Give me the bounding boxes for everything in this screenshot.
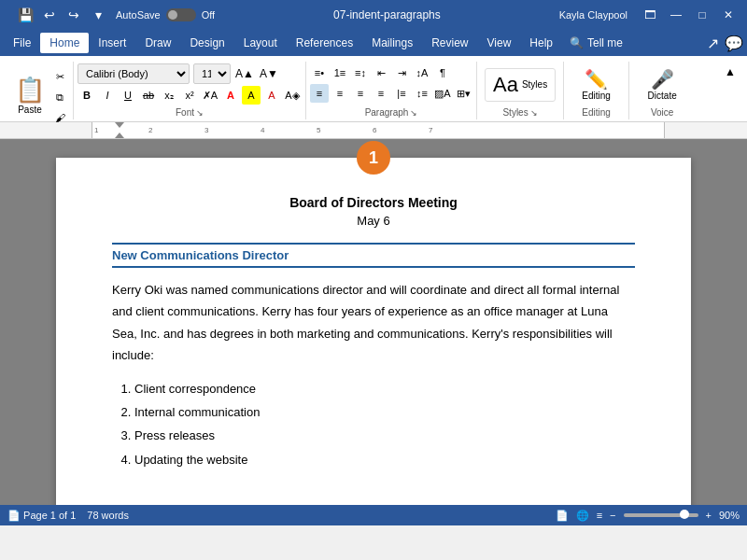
share-button[interactable]: ↗	[707, 35, 719, 52]
dictate-btn-label: Dictate	[648, 91, 677, 101]
highlight-button[interactable]: A	[242, 86, 261, 105]
save-button[interactable]: 💾	[15, 5, 35, 25]
status-left: 📄 Page 1 of 1 78 words	[7, 510, 129, 522]
font-color-alt-button[interactable]: A	[262, 86, 281, 105]
font-dialog-launcher[interactable]: ↘	[196, 108, 204, 118]
styles-dialog-launcher[interactable]: ↘	[530, 108, 538, 118]
ruler-tick-1: 1	[92, 126, 98, 134]
increase-indent-button[interactable]: ⇥	[392, 63, 411, 82]
italic-button[interactable]: I	[98, 86, 117, 105]
tell-me-search[interactable]: 🔍 Tell me	[570, 36, 623, 49]
list-item: Press releases	[134, 425, 635, 446]
dictate-icon: 🎤	[651, 68, 674, 91]
ruler-active-area[interactable]: 1 2 3 4 5 6 7	[92, 122, 665, 138]
bullets-button[interactable]: ≡•	[310, 63, 329, 82]
dictate-button[interactable]: 🎤 Dictate	[641, 64, 684, 105]
first-line-indent-handle[interactable]	[115, 122, 124, 128]
menu-review[interactable]: Review	[422, 33, 477, 53]
copy-button[interactable]: ⧉	[50, 88, 69, 106]
font-label: Font ↘	[78, 105, 302, 118]
zoom-in-button[interactable]: +	[706, 510, 712, 521]
zoom-thumb	[680, 510, 689, 519]
styles-btn-label: Styles	[522, 79, 547, 90]
cut-button[interactable]: ✂	[50, 67, 69, 86]
menu-file[interactable]: File	[4, 33, 40, 53]
strikethrough-button[interactable]: ab	[139, 86, 158, 105]
quick-access-toolbar: 💾 ↩ ↪ ▾	[7, 5, 116, 25]
zoom-level[interactable]: 90%	[719, 510, 740, 521]
document-page: 1 Board of Directors Meeting May 6 New C…	[56, 158, 691, 505]
numbering-button[interactable]: 1≡	[331, 63, 349, 82]
styles-group: Aa Styles Styles ↘	[477, 62, 564, 119]
menu-view[interactable]: View	[478, 33, 521, 53]
zoom-out-button[interactable]: −	[610, 510, 615, 521]
ruler-tick-5: 5	[317, 126, 320, 134]
layout-view-button[interactable]: 📄	[556, 510, 569, 522]
font-color-button[interactable]: A	[221, 86, 240, 105]
restore-button[interactable]: 🗖	[639, 6, 661, 24]
superscript-button[interactable]: x²	[180, 86, 199, 105]
align-left-button[interactable]: ≡	[310, 84, 329, 103]
decrease-font-size-button[interactable]: A▼	[259, 63, 279, 84]
editing-button[interactable]: ✏️ Editing	[574, 64, 618, 105]
underline-button[interactable]: U	[119, 86, 137, 105]
customize-quick-access-button[interactable]: ▾	[88, 5, 108, 25]
paragraph-dialog-launcher[interactable]: ↘	[410, 108, 417, 118]
ribbon-collapse[interactable]: ▲	[721, 62, 740, 119]
undo-button[interactable]: ↩	[39, 5, 60, 25]
minimize-button[interactable]: —	[665, 6, 687, 24]
zoom-slider[interactable]	[624, 513, 698, 517]
decrease-indent-button[interactable]: ⇤	[372, 63, 390, 82]
voice-label: Voice	[633, 105, 691, 118]
menu-help[interactable]: Help	[520, 33, 562, 53]
ribbon: 📋 Paste ✂ ⧉ 🖌 Clipboard ↘ Calibri (Body	[0, 56, 747, 122]
styles-icon: Aa	[493, 73, 518, 97]
line-spacing-button[interactable]: ↕≡	[413, 84, 431, 103]
font-size-select[interactable]: 11	[193, 63, 231, 84]
justify-button[interactable]: ≡	[372, 84, 390, 103]
font-family-select[interactable]: Calibri (Body)	[78, 63, 190, 84]
maximize-button[interactable]: □	[691, 6, 713, 24]
menu-draw[interactable]: Draw	[135, 33, 180, 53]
collapse-ribbon-icon[interactable]: ▲	[725, 65, 736, 78]
paste-button[interactable]: 📋 Paste	[11, 74, 49, 117]
autosave-knob	[168, 10, 177, 20]
menu-design[interactable]: Design	[180, 33, 233, 53]
styles-button[interactable]: Aa Styles	[485, 68, 556, 102]
read-mode-button[interactable]: ≡	[597, 510, 602, 521]
comments-button[interactable]: 💬	[725, 35, 743, 52]
subscript-button[interactable]: x₂	[160, 86, 178, 105]
menu-mailings[interactable]: Mailings	[362, 33, 422, 53]
list-item: Internal communication	[134, 401, 635, 423]
ruler-right-margin	[665, 122, 740, 138]
increase-font-size-button[interactable]: A▲	[234, 63, 255, 84]
menu-home[interactable]: Home	[40, 33, 89, 53]
menu-references[interactable]: References	[287, 33, 362, 53]
sort-button[interactable]: ↕A	[413, 63, 431, 82]
voice-group: 🎤 Dictate Voice	[629, 62, 695, 119]
text-effects-button[interactable]: A◈	[283, 86, 302, 105]
multilevel-list-button[interactable]: ≡↕	[351, 63, 370, 82]
show-formatting-button[interactable]: ¶	[433, 63, 452, 82]
hanging-indent-handle[interactable]	[115, 133, 124, 138]
clipboard-group: 📋 Paste ✂ ⧉ 🖌 Clipboard ↘	[7, 62, 74, 119]
menu-layout[interactable]: Layout	[234, 33, 287, 53]
redo-button[interactable]: ↪	[63, 5, 84, 25]
align-center-button[interactable]: ≡	[331, 84, 349, 103]
column-layout-button[interactable]: |≡	[392, 84, 411, 103]
borders-button[interactable]: ⊞▾	[454, 84, 472, 103]
document-list: Client correspondence Internal communica…	[134, 378, 635, 471]
clear-formatting-button[interactable]: ✗A	[201, 86, 219, 105]
close-button[interactable]: ✕	[717, 6, 740, 24]
web-view-button[interactable]: 🌐	[576, 510, 589, 522]
autosave-toggle[interactable]	[166, 8, 196, 21]
menu-insert[interactable]: Insert	[89, 33, 135, 53]
paragraph-row1: ≡• 1≡ ≡↕ ⇤ ⇥ ↕A ¶	[310, 63, 452, 82]
document-title: 07-indent-paragraphs	[215, 8, 558, 21]
shading-button[interactable]: ▨A	[433, 84, 452, 103]
list-item: Client correspondence	[134, 378, 635, 399]
list-item: Updating the website	[134, 449, 635, 470]
align-right-button[interactable]: ≡	[351, 84, 370, 103]
body-text: Kerry Oki was named communications direc…	[112, 279, 635, 367]
bold-button[interactable]: B	[78, 86, 96, 105]
